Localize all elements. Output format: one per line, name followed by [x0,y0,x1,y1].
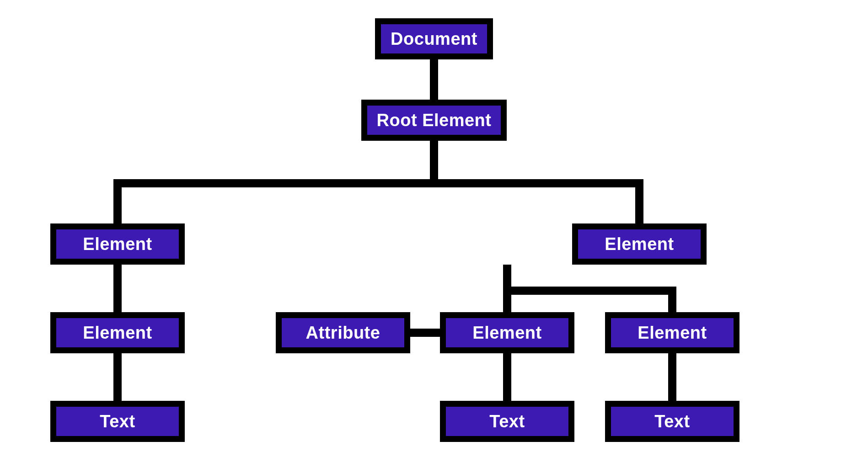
edge-left-child-to-text [113,353,122,401]
node-text-mid-label: Text [489,412,525,431]
node-document-label: Document [391,29,477,49]
edge-bus-to-left-element [113,179,122,223]
node-element-right-child2-label: Element [638,323,707,343]
edge-child1-to-text-mid [503,353,511,401]
node-element-right-child2: Element [605,312,739,353]
node-element-left-child-label: Element [83,323,152,343]
edge-bus-to-right-element [635,179,643,223]
node-element-right-child1-label: Element [472,323,541,343]
edge-right-element-drop [503,265,511,287]
edge-attribute-to-child1 [410,329,440,337]
node-root-element-label: Root Element [377,111,492,130]
node-text-right-label: Text [654,412,690,431]
node-element-right: Element [572,223,707,265]
node-attribute: Attribute [276,312,410,353]
edge-right-bus-to-child2 [668,287,676,312]
edge-root-drop [430,141,438,179]
node-document: Document [375,18,493,59]
node-root-element: Root Element [361,100,507,141]
edge-left-element-to-child [113,265,122,312]
edge-bus [113,179,643,187]
edge-document-to-root [430,59,438,100]
node-attribute-label: Attribute [306,323,380,343]
node-element-right-child1: Element [440,312,574,353]
node-element-left-label: Element [83,234,152,254]
node-text-left-label: Text [100,412,135,431]
node-element-left: Element [50,223,185,265]
node-text-left: Text [50,401,185,442]
node-text-right: Text [605,401,739,442]
node-element-right-label: Element [605,234,674,254]
node-element-left-child: Element [50,312,185,353]
edge-child2-to-text-right [668,353,676,401]
edge-right-bus [503,287,676,295]
edge-right-bus-to-child1 [503,287,511,312]
node-text-mid: Text [440,401,574,442]
